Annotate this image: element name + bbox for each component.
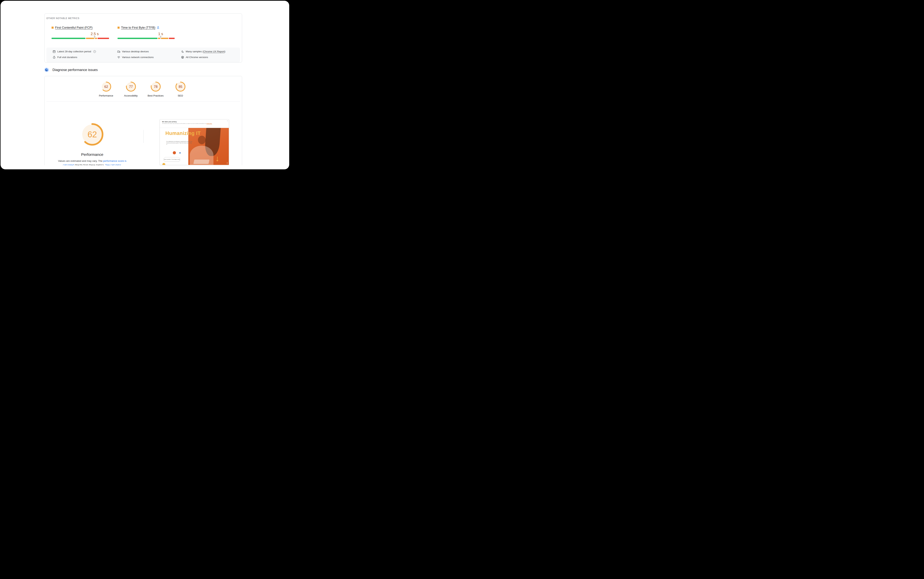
category-label: Best Practices xyxy=(148,94,163,97)
performance-main-gauge: 62 xyxy=(80,122,104,147)
info-label: Full visit durations xyxy=(57,56,77,59)
help-icon[interactable]: ? xyxy=(93,50,96,53)
cookie-banner-title: We value your privacy xyxy=(162,121,226,123)
diagnose-card: 62 Performance 77 Accessibility xyxy=(44,76,242,165)
orange-square-icon xyxy=(118,27,119,29)
diagnose-section-header: Diagnose performance issues xyxy=(44,68,98,72)
metric-ttfb-link[interactable]: Time to First Byte (TTFB) xyxy=(121,26,155,29)
score-gauge: 62 xyxy=(101,81,111,92)
metric-ttfb: Time to First Byte (TTFB) 1 s xyxy=(118,26,175,39)
category-gauge-best-practices[interactable]: 78 Best Practices xyxy=(148,81,163,97)
info-collection-period: Latest 28-day collection period ? xyxy=(53,50,117,53)
chat-widget-icon xyxy=(162,163,166,165)
svg-text:78: 78 xyxy=(154,85,157,88)
chat-blue-dot xyxy=(179,152,181,154)
marker-diamond-icon xyxy=(160,36,161,38)
lighthouse-gauge-icon xyxy=(44,68,49,72)
final-screenshot-thumbnail: × We value your privacy This website use… xyxy=(160,119,229,165)
category-label: Performance xyxy=(99,94,113,97)
metric-ttfb-marker xyxy=(160,36,161,39)
info-label: All Chrome versions xyxy=(186,56,208,59)
chrome-icon xyxy=(181,56,184,59)
devices-icon xyxy=(117,50,120,53)
metric-fcp-marker xyxy=(94,36,95,39)
metric-ttfb-distribution: 1 s xyxy=(118,32,175,39)
info-many-samples: Many samples (Chrome UX Report) xyxy=(181,50,237,53)
chrome-ux-report-link[interactable]: Chrome UX Report xyxy=(203,50,225,53)
score-gauge: 78 xyxy=(150,81,161,92)
info-desktop-devices: Various desktop devices xyxy=(117,50,181,53)
cookie-policy-link: privacy policy. xyxy=(207,123,212,124)
chat-avatar xyxy=(173,151,176,154)
info-label: Various network connections xyxy=(122,56,154,59)
bar-segment-good xyxy=(118,38,157,39)
metric-fcp-title-row: First Contentful Paint (FCP) xyxy=(52,26,109,29)
svg-text:62: 62 xyxy=(87,129,97,139)
marker-diamond-icon xyxy=(94,36,95,38)
network-icon xyxy=(117,56,120,59)
metric-fcp-distribution: 2.5 s xyxy=(52,32,109,39)
calendar-icon xyxy=(53,50,56,53)
metric-fcp: First Contentful Paint (FCP) 2.5 s xyxy=(52,26,109,39)
bar-segment-average xyxy=(158,38,168,39)
person-head-shape xyxy=(198,136,206,144)
laptop-shape xyxy=(193,160,209,164)
metric-ttfb-value: 1 s xyxy=(158,32,163,36)
metric-fcp-bar xyxy=(52,38,109,39)
hero-paragraph: Our collaborators are dedicated to suppo… xyxy=(167,141,193,145)
svg-text:62: 62 xyxy=(104,85,108,88)
metric-ttfb-title-row: Time to First Byte (TTFB) xyxy=(118,26,175,29)
bar-segment-poor xyxy=(98,38,109,39)
metric-fcp-link[interactable]: First Contentful Paint (FCP) xyxy=(55,26,93,29)
down-arrow-icon: ↓ xyxy=(215,154,219,163)
other-metrics-card: OTHER NOTABLE METRICS First Contentful P… xyxy=(44,13,242,62)
metric-fcp-value: 2.5 s xyxy=(91,32,99,36)
cookie-banner: We value your privacy This website uses … xyxy=(160,119,229,128)
svg-text:77: 77 xyxy=(129,85,133,88)
category-gauge-row: 62 Performance 77 Accessibility xyxy=(44,81,242,97)
close-icon: × xyxy=(227,120,228,122)
score-gauge: 77 xyxy=(126,81,136,92)
category-gauge-seo[interactable]: 85 SEO xyxy=(172,81,188,97)
bar-segment-poor xyxy=(169,38,175,39)
page-indicator-dots xyxy=(227,162,227,164)
samples-icon xyxy=(181,50,184,53)
info-visit-durations: Full visit durations xyxy=(53,56,117,59)
info-label: Many samples (Chrome UX Report) xyxy=(186,50,225,53)
pagespeed-insights-screenshot: OTHER NOTABLE METRICS First Contentful P… xyxy=(0,0,290,173)
see-calculator-link[interactable]: See calculator. xyxy=(105,164,122,165)
cookie-banner-text: This website uses cookies. By continuing… xyxy=(162,123,226,124)
hero-section: Humanizing IT Our collaborators are dedi… xyxy=(160,128,229,165)
hero-title: Humanizing IT xyxy=(165,131,201,136)
collection-info-box: Latest 28-day collection period ? Variou… xyxy=(46,47,240,62)
svg-text:85: 85 xyxy=(178,85,182,88)
report-panel: OTHER NOTABLE METRICS First Contentful P… xyxy=(0,1,289,169)
info-chrome-versions: All Chrome versions xyxy=(181,56,237,59)
category-gauge-performance[interactable]: 62 Performance xyxy=(98,81,114,97)
score-gauge: 85 xyxy=(175,81,186,92)
orange-square-icon xyxy=(52,27,54,29)
diagnose-card-clip: 62 Performance 77 Accessibility xyxy=(44,76,242,165)
other-metrics-heading: OTHER NOTABLE METRICS xyxy=(46,17,80,20)
chat-bubble: Have a question ? I'd be happy to help xyxy=(163,157,180,162)
performance-gauge-label: Performance xyxy=(44,152,140,157)
info-label: Latest 28-day collection period xyxy=(57,50,91,53)
bar-segment-average xyxy=(86,38,97,39)
experimental-flask-icon xyxy=(157,26,160,29)
info-label: Various desktop devices xyxy=(122,50,149,53)
metric-ttfb-bar xyxy=(118,38,175,39)
bar-segment-good xyxy=(52,38,85,39)
category-label: Accessibility xyxy=(124,94,138,97)
category-gauge-accessibility[interactable]: 77 Accessibility xyxy=(123,81,139,97)
stopwatch-icon xyxy=(53,56,56,59)
score-disclaimer: Values are estimated and may vary. The p… xyxy=(52,159,132,165)
diagnose-heading: Diagnose performance issues xyxy=(52,68,98,72)
info-network-connections: Various network connections xyxy=(117,56,181,59)
category-label: SEO xyxy=(178,94,183,97)
